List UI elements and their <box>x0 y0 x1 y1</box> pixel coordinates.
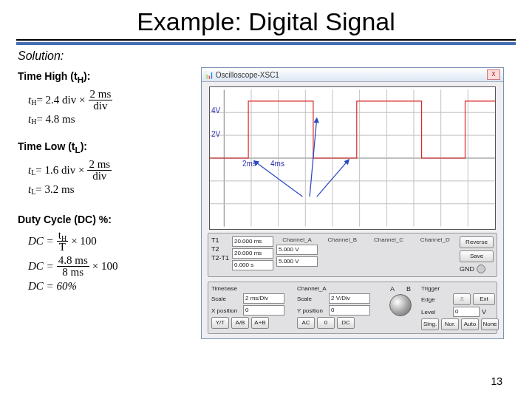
control-panel: Timebase Scale2 ms/Div X position0 Y/T A… <box>208 282 497 334</box>
x-tick-4ms: 4ms <box>270 160 284 168</box>
save-button[interactable]: Save <box>460 250 494 262</box>
t2-value: 20.000 ms <box>232 248 273 259</box>
tl-equation-2: tL = 3.2 ms <box>28 183 201 196</box>
trigger-level[interactable]: 0 <box>453 307 480 317</box>
tl-equation-1: tL = 1.6 div × 2 msdiv <box>28 159 201 182</box>
sing-button[interactable]: Sing. <box>421 318 439 330</box>
x-position[interactable]: 0 <box>243 305 284 316</box>
t1-value: 20.000 ms <box>232 236 273 247</box>
ext-button[interactable]: Ext <box>473 293 495 305</box>
x-tick-2ms: 2ms <box>242 160 256 168</box>
auto-button[interactable]: Auto <box>461 318 479 330</box>
rule-inner <box>16 42 516 45</box>
reverse-button[interactable]: Reverse <box>460 236 494 248</box>
ab-button[interactable]: A/B <box>231 317 249 329</box>
slide-title: Example: Digital Signal <box>0 0 532 39</box>
solution-label: Solution: <box>18 50 514 63</box>
y-position[interactable]: 0 <box>329 305 370 316</box>
y-tick-4v: 4V <box>211 106 220 115</box>
th-equation-1: tH = 2.4 div × 2 msdiv <box>28 89 201 112</box>
cursor-panel: T1T2T2-T1 20.000 ms 20.000 ms 0.000 s Ch… <box>208 233 497 277</box>
time-high-heading: Time High (tH): <box>18 70 201 84</box>
rule-outer <box>16 39 516 41</box>
window-titlebar: 📊 Oscilloscope-XSC1 x <box>202 68 503 82</box>
time-low-heading: Time Low (tL): <box>18 140 201 154</box>
oscilloscope-window: 📊 Oscilloscope-XSC1 x <box>201 67 504 339</box>
dc-button[interactable]: DC <box>337 317 355 329</box>
channel-knob[interactable] <box>389 294 412 316</box>
oscilloscope-screen: 4V 2V 2ms 4ms <box>209 86 496 230</box>
page-number: 13 <box>491 375 502 387</box>
window-title: 📊 Oscilloscope-XSC1 <box>205 71 279 79</box>
th-equation-2: tH = 4.8 ms <box>28 113 201 126</box>
y-tick-2v: 2V <box>211 130 220 138</box>
tdiff-value: 0.000 s <box>232 260 273 270</box>
solution-column: Time High (tH): tH = 2.4 div × 2 msdiv t… <box>18 67 201 339</box>
edge-rising-button[interactable]: ⎍ <box>453 293 471 305</box>
ac-button[interactable]: AC <box>297 317 315 329</box>
duty-cycle-heading: Duty Cycle (DC) %: <box>18 214 201 225</box>
dc-equation-3: DC = 60% <box>28 280 201 293</box>
yt-button[interactable]: Y/T <box>211 317 229 329</box>
zero-button[interactable]: 0 <box>317 317 335 329</box>
nor-button[interactable]: Nor. <box>441 318 459 330</box>
close-icon[interactable]: x <box>487 69 500 80</box>
apb-button[interactable]: A+B <box>251 317 269 329</box>
gnd-port-icon <box>477 265 485 273</box>
channel-scale[interactable]: 2 V/Div <box>329 293 370 304</box>
dc-equation-1: DC = tHT × 100 <box>28 230 201 253</box>
dc-equation-2: DC = 4.8 ms8 ms × 100 <box>28 255 201 278</box>
none-button[interactable]: None <box>481 318 499 330</box>
timebase-scale[interactable]: 2 ms/Div <box>243 293 284 304</box>
